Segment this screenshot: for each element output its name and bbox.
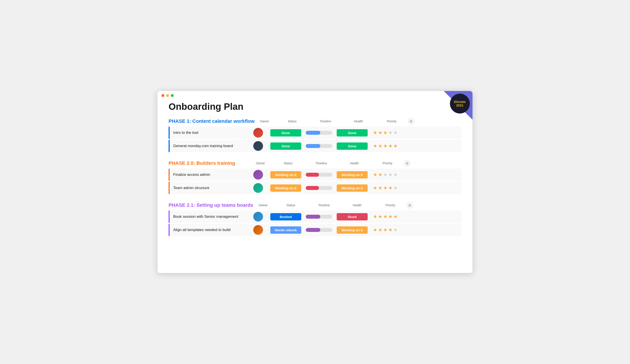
health-cell[interactable]: Working on it — [334, 171, 370, 179]
star-filled[interactable]: ★ — [378, 185, 382, 191]
health-cell[interactable]: Stuck — [334, 213, 370, 220]
status-cell[interactable]: Booked — [268, 213, 304, 220]
star-rating[interactable]: ★★★★★ — [373, 143, 398, 149]
table-row[interactable]: Align all templates needed to buildNeeds… — [168, 224, 462, 236]
phase-title-phase2: PHASE 2.0: Builders training — [168, 160, 250, 166]
star-filled[interactable]: ★ — [373, 130, 378, 136]
star-filled[interactable]: ★ — [383, 227, 388, 233]
priority-cell[interactable]: ★★★★★ — [370, 227, 401, 233]
star-rating[interactable]: ★★★★★ — [373, 130, 398, 136]
col-header-status: Status — [273, 203, 308, 207]
table-row[interactable]: Team admin structureWorking on itWorking… — [168, 182, 462, 194]
star-empty[interactable]: ★ — [393, 227, 398, 233]
status-cell[interactable]: Done — [268, 129, 304, 137]
priority-cell[interactable]: ★★★★★ — [370, 214, 401, 219]
task-cells: DoneDone★★★★★ — [248, 141, 462, 151]
star-rating[interactable]: ★★★★★ — [373, 214, 398, 219]
star-filled[interactable]: ★ — [378, 214, 382, 219]
status-badge[interactable]: Done — [270, 143, 301, 150]
add-column-button[interactable]: ⊕ — [403, 160, 411, 166]
table-row[interactable]: Intro to the toolDoneDone★★★★★ — [168, 127, 462, 139]
status-badge[interactable]: Done — [270, 129, 301, 137]
timeline-bar-wrap — [306, 215, 332, 219]
star-empty[interactable]: ★ — [383, 172, 388, 178]
star-filled[interactable]: ★ — [373, 172, 378, 178]
star-filled[interactable]: ★ — [373, 185, 378, 191]
health-cell[interactable]: Done — [334, 129, 370, 137]
star-filled[interactable]: ★ — [388, 214, 393, 219]
priority-cell[interactable]: ★★★★★ — [370, 172, 401, 178]
star-filled[interactable]: ★ — [388, 143, 393, 149]
health-badge[interactable]: Working on it — [337, 171, 368, 179]
health-cell[interactable]: Done — [334, 143, 370, 150]
star-filled[interactable]: ★ — [388, 227, 393, 233]
status-cell[interactable]: Working on it — [268, 171, 304, 179]
health-cell[interactable]: Working on it — [334, 184, 370, 192]
table-row[interactable]: Finalize access adminWorking on itWorkin… — [168, 169, 462, 181]
task-name: Align all templates needed to build — [170, 225, 248, 234]
status-badge[interactable]: Booked — [270, 213, 301, 220]
timeline-bar-wrap — [306, 131, 332, 135]
add-column-button[interactable]: ⊕ — [406, 202, 414, 208]
star-rating[interactable]: ★★★★★ — [373, 185, 398, 191]
table-row[interactable]: Book session with Senior managementBooke… — [168, 210, 462, 223]
timeline-bar-wrap — [306, 173, 332, 177]
task-name: Book session with Senior management — [170, 212, 248, 221]
star-filled[interactable]: ★ — [378, 143, 382, 149]
add-icon[interactable]: ⊕ — [407, 202, 413, 208]
star-empty[interactable]: ★ — [388, 130, 393, 136]
star-filled[interactable]: ★ — [393, 214, 398, 219]
owner-cell — [248, 128, 268, 138]
health-cell[interactable]: Working on it — [334, 226, 370, 234]
star-filled[interactable]: ★ — [383, 130, 388, 136]
star-filled[interactable]: ★ — [373, 143, 378, 149]
star-empty[interactable]: ★ — [388, 172, 393, 178]
owner-cell — [248, 141, 268, 151]
maximize-button[interactable] — [171, 94, 174, 97]
task-cells: Needs rebookWorking on it★★★★★ — [248, 225, 462, 235]
status-cell[interactable]: Working on it — [268, 184, 304, 192]
star-empty[interactable]: ★ — [393, 185, 398, 191]
timeline-bar — [306, 131, 320, 135]
priority-cell[interactable]: ★★★★★ — [370, 130, 401, 136]
add-column-button[interactable]: ⊕ — [407, 118, 415, 124]
minimize-button[interactable] — [166, 94, 169, 97]
task-cells: BookedStuck★★★★★ — [248, 212, 462, 221]
star-filled[interactable]: ★ — [373, 227, 378, 233]
badge-line1: Elevate — [454, 100, 466, 104]
close-button[interactable] — [162, 94, 164, 97]
health-badge[interactable]: Working on it — [337, 184, 368, 192]
status-cell[interactable]: Needs rebook — [268, 226, 304, 234]
health-badge[interactable]: Done — [337, 129, 368, 137]
phase-header-phase2: PHASE 2.0: Builders trainingOwnerStatusT… — [168, 160, 462, 166]
health-badge[interactable]: Done — [337, 143, 368, 150]
star-empty[interactable]: ★ — [393, 172, 398, 178]
col-header-priority: Priority — [372, 162, 403, 165]
priority-cell[interactable]: ★★★★★ — [370, 143, 401, 149]
health-badge[interactable]: Working on it — [337, 226, 368, 234]
star-filled[interactable]: ★ — [378, 130, 382, 136]
star-filled[interactable]: ★ — [383, 185, 388, 191]
star-rating[interactable]: ★★★★★ — [373, 227, 398, 233]
add-icon[interactable]: ⊕ — [404, 160, 410, 166]
status-badge[interactable]: Working on it — [270, 184, 301, 192]
status-badge[interactable]: Working on it — [270, 171, 301, 179]
star-filled[interactable]: ★ — [383, 143, 388, 149]
status-badge[interactable]: Needs rebook — [270, 226, 301, 234]
health-badge[interactable]: Stuck — [337, 213, 368, 220]
star-filled[interactable]: ★ — [388, 185, 393, 191]
star-rating[interactable]: ★★★★★ — [373, 172, 398, 178]
phase-title-phase21: PHASE 2.1: Setting up teams boards — [168, 202, 253, 208]
column-headers: OwnerStatusTimelineHealthPriority⊕ — [253, 202, 462, 208]
star-filled[interactable]: ★ — [393, 143, 398, 149]
timeline-bar-wrap — [306, 144, 332, 148]
priority-cell[interactable]: ★★★★★ — [370, 185, 401, 191]
star-filled[interactable]: ★ — [378, 227, 382, 233]
star-filled[interactable]: ★ — [378, 172, 382, 178]
status-cell[interactable]: Done — [268, 143, 304, 150]
star-filled[interactable]: ★ — [383, 214, 388, 219]
star-filled[interactable]: ★ — [373, 214, 378, 219]
star-empty[interactable]: ★ — [393, 130, 398, 136]
add-icon[interactable]: ⊕ — [408, 118, 414, 124]
table-row[interactable]: General monday.com training boardDoneDon… — [168, 140, 462, 152]
